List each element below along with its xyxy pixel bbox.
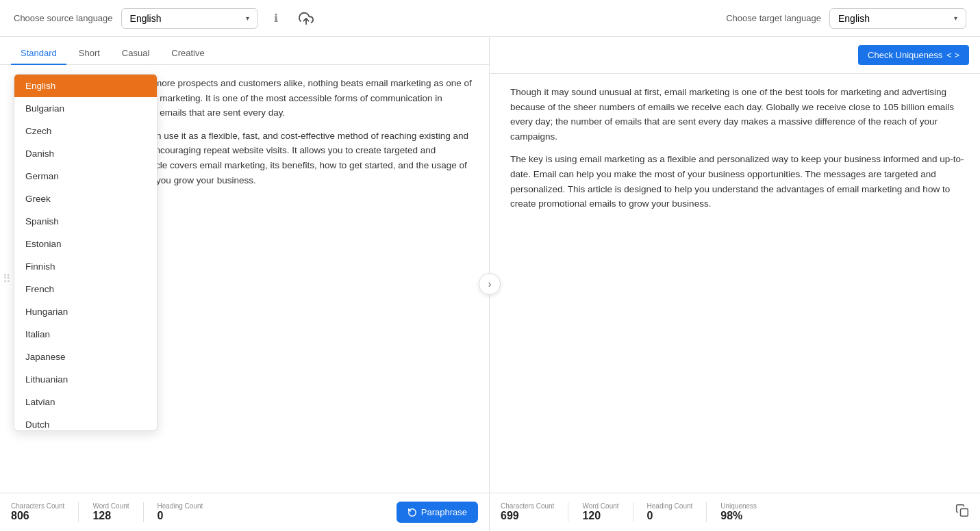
right-heading-value: 0 xyxy=(647,510,653,522)
target-lang-dropdown[interactable]: English ▾ xyxy=(829,8,966,29)
language-dropdown-list: EnglishBulgarianCzechDanishGermanGreekSp… xyxy=(14,75,157,430)
dropdown-item[interactable]: English xyxy=(14,75,157,97)
top-bar: Choose source language English ▾ ℹ Choos… xyxy=(0,0,980,37)
right-chars-stat: Characters Count 699 xyxy=(501,502,568,522)
info-icon[interactable]: ℹ xyxy=(266,9,286,28)
right-words-label: Word Count xyxy=(582,502,618,510)
right-uniqueness-value: 98% xyxy=(720,510,742,522)
arrows-icon: < > xyxy=(946,50,959,60)
tab-creative[interactable]: Creative xyxy=(162,42,214,65)
upload-icon[interactable] xyxy=(294,6,318,31)
dropdown-item[interactable]: French xyxy=(14,278,157,300)
tabs-row: Standard Short Casual Creative xyxy=(0,37,489,65)
left-words-label: Word Count xyxy=(92,502,129,510)
right-bottom-bar: Characters Count 699 Word Count 120 Head… xyxy=(490,493,980,531)
right-heading-stat: Heading Count 0 xyxy=(647,502,707,522)
source-lang-label: Choose source language xyxy=(14,13,113,23)
tab-standard[interactable]: Standard xyxy=(11,42,66,65)
left-words-value: 128 xyxy=(92,510,111,522)
right-words-stat: Word Count 120 xyxy=(582,502,633,522)
copy-icon[interactable] xyxy=(955,504,969,521)
dropdown-item[interactable]: Japanese xyxy=(14,346,157,368)
paraphrase-button[interactable]: Paraphrase xyxy=(397,502,478,523)
right-uniqueness-label: Uniqueness xyxy=(720,502,757,510)
left-panel: Standard Short Casual Creative ⠿ Be it t… xyxy=(0,37,490,531)
right-panel: Check Uniqueness < > ⠿ Though it may sou… xyxy=(490,37,980,531)
check-uniqueness-button[interactable]: Check Uniqueness < > xyxy=(858,45,969,65)
left-heading-label: Heading Count xyxy=(158,502,203,510)
target-lang-value: English xyxy=(838,13,870,24)
right-top-bar: Check Uniqueness < > xyxy=(490,37,980,74)
check-uniqueness-label: Check Uniqueness xyxy=(868,50,942,60)
dropdown-item[interactable]: Finnish xyxy=(14,255,157,278)
dropdown-item[interactable]: Czech xyxy=(14,120,157,142)
left-heading-value: 0 xyxy=(158,510,164,522)
target-chevron-icon: ▾ xyxy=(954,14,957,22)
target-lang-wrapper: English ▾ xyxy=(829,8,966,29)
dropdown-item[interactable]: Hungarian xyxy=(14,300,157,323)
source-lang-dropdown[interactable]: English ▾ xyxy=(121,8,258,29)
middle-toggle-button[interactable]: › xyxy=(479,273,501,295)
svg-rect-1 xyxy=(961,509,968,517)
right-chars-value: 699 xyxy=(501,510,519,522)
source-lang-wrapper: English ▾ xyxy=(121,8,258,29)
left-chars-value: 806 xyxy=(11,510,29,522)
left-heading-stat: Heading Count 0 xyxy=(158,502,217,522)
main-content: Standard Short Casual Creative ⠿ Be it t… xyxy=(0,37,980,531)
dropdown-item[interactable]: Estonian xyxy=(14,233,157,255)
dropdown-item[interactable]: Lithuanian xyxy=(14,368,157,391)
dropdown-item[interactable]: Dutch xyxy=(14,413,157,430)
dropdown-item[interactable]: Italian xyxy=(14,323,157,346)
dropdown-item[interactable]: Greek xyxy=(14,187,157,210)
dropdown-item[interactable]: Latvian xyxy=(14,391,157,413)
right-text-area[interactable]: ⠿ Though it may sound unusual at first, … xyxy=(490,74,980,493)
source-chevron-icon: ▾ xyxy=(246,14,249,22)
source-lang-value: English xyxy=(130,13,162,24)
right-paragraph-2: The key is using email marketing as a fl… xyxy=(510,152,966,211)
right-uniqueness-stat: Uniqueness 98% xyxy=(720,502,770,522)
language-dropdown-overlay: EnglishBulgarianCzechDanishGermanGreekSp… xyxy=(14,74,158,431)
dropdown-item[interactable]: German xyxy=(14,165,157,187)
right-words-value: 120 xyxy=(582,510,601,522)
target-lang-label: Choose target language xyxy=(726,13,821,23)
right-chars-label: Characters Count xyxy=(501,502,554,510)
dropdown-item[interactable]: Spanish xyxy=(14,210,157,233)
dropdown-item[interactable]: Bulgarian xyxy=(14,97,157,120)
tab-short[interactable]: Short xyxy=(69,42,110,65)
drag-handle-left[interactable]: ⠿ xyxy=(3,270,11,288)
left-chars-stat: Characters Count 806 xyxy=(11,502,79,522)
left-words-stat: Word Count 128 xyxy=(92,502,143,522)
toggle-arrow-icon: › xyxy=(488,279,492,289)
right-heading-label: Heading Count xyxy=(647,502,693,510)
left-bottom-bar: Characters Count 806 Word Count 128 Head… xyxy=(0,493,489,531)
tab-casual[interactable]: Casual xyxy=(112,42,159,65)
paraphrase-label: Paraphrase xyxy=(421,507,467,517)
right-paragraph-1: Though it may sound unusual at first, em… xyxy=(510,85,966,144)
dropdown-item[interactable]: Danish xyxy=(14,142,157,165)
left-chars-label: Characters Count xyxy=(11,502,64,510)
